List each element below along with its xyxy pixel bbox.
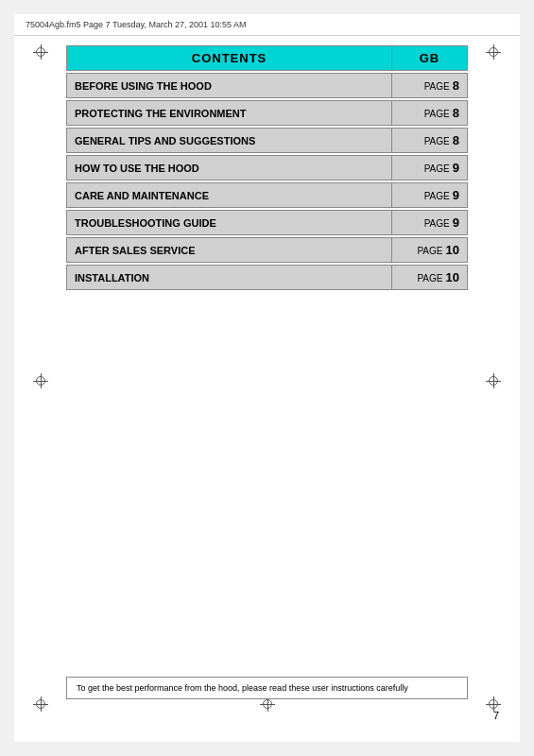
item-label-7: AFTER SALES SERVICE (67, 238, 392, 263)
crosshair-circle (263, 699, 272, 709)
bottom-note: To get the best performance from the hoo… (66, 677, 468, 699)
page-word-2: PAGE (424, 109, 450, 119)
gb-label: GB (392, 46, 468, 71)
crosshair-circle (36, 47, 45, 57)
header-bar: 75004Agb.fm5 Page 7 Tuesday, March 27, 2… (14, 14, 520, 36)
contents-table: CONTENTS GB BEFORE USING THE HOOD PAGE 8 (66, 45, 468, 290)
page-num-5: 9 (453, 188, 459, 202)
table-row: TROUBLESHOOTING GUIDE PAGE 9 (67, 211, 468, 235)
item-label-1: BEFORE USING THE HOOD (67, 74, 392, 98)
page-word-3: PAGE (424, 136, 450, 146)
page-num-8: 10 (446, 270, 459, 284)
page-word-6: PAGE (424, 218, 450, 229)
crosshair-circle (489, 47, 498, 57)
page-cell-3: PAGE 8 (392, 129, 468, 153)
crosshair-circle (36, 376, 45, 386)
page-cell-5: PAGE 9 (392, 183, 468, 208)
item-label-8: INSTALLATION (67, 266, 392, 290)
page-cell-8: PAGE 10 (392, 266, 468, 290)
table-row: INSTALLATION PAGE 10 (67, 266, 468, 290)
page-cell-2: PAGE 8 (392, 101, 468, 126)
page-word-5: PAGE (424, 191, 450, 201)
table-row: GENERAL TIPS AND SUGGESTIONS PAGE 8 (67, 129, 468, 153)
crosshair-mid-left (33, 373, 48, 388)
crosshair-bottom-left (33, 696, 48, 712)
page-cell-6: PAGE 9 (392, 211, 468, 235)
page-num-4: 9 (453, 161, 459, 175)
page-container: 75004Agb.fm5 Page 7 Tuesday, March 27, 2… (0, 0, 534, 756)
page-word-4: PAGE (424, 163, 450, 174)
page-word-1: PAGE (424, 81, 450, 92)
table-row: AFTER SALES SERVICE PAGE 10 (67, 238, 468, 263)
crosshair-top-left (33, 44, 48, 60)
page-num-3: 8 (453, 133, 459, 147)
page-num-7: 10 (446, 243, 459, 257)
contents-title: CONTENTS (67, 46, 392, 71)
page-inner: 75004Agb.fm5 Page 7 Tuesday, March 27, 2… (14, 14, 520, 742)
page-cell-7: PAGE 10 (392, 238, 468, 263)
page-number: 7 (493, 710, 499, 721)
item-label-3: GENERAL TIPS AND SUGGESTIONS (67, 129, 392, 153)
content-area: CONTENTS GB BEFORE USING THE HOOD PAGE 8 (14, 36, 520, 300)
crosshair-circle (36, 699, 45, 709)
file-info: 75004Agb.fm5 Page 7 Tuesday, March 27, 2… (26, 20, 247, 29)
crosshair-top-right (486, 44, 501, 60)
page-cell-1: PAGE 8 (392, 74, 468, 98)
crosshair-circle (489, 699, 498, 709)
page-num-6: 9 (453, 215, 459, 230)
table-row: CARE AND MAINTENANCE PAGE 9 (67, 183, 468, 208)
table-row: BEFORE USING THE HOOD PAGE 8 (67, 74, 468, 98)
page-word-7: PAGE (417, 246, 442, 256)
page-num-2: 8 (453, 106, 459, 120)
bottom-note-text: To get the best performance from the hoo… (77, 683, 408, 693)
contents-title-row: CONTENTS GB (67, 46, 468, 71)
page-cell-4: PAGE 9 (392, 156, 468, 180)
item-label-4: HOW TO USE THE HOOD (67, 156, 392, 180)
item-label-2: PROTECTING THE ENVIRONMENT (67, 101, 392, 126)
item-label-6: TROUBLESHOOTING GUIDE (67, 211, 392, 235)
table-row: PROTECTING THE ENVIRONMENT PAGE 8 (67, 101, 468, 126)
crosshair-mid-right (486, 373, 501, 388)
item-label-5: CARE AND MAINTENANCE (67, 183, 392, 208)
crosshair-circle (489, 376, 498, 386)
table-row: HOW TO USE THE HOOD PAGE 9 (67, 156, 468, 180)
page-num-1: 8 (453, 78, 459, 93)
page-word-8: PAGE (417, 273, 442, 284)
